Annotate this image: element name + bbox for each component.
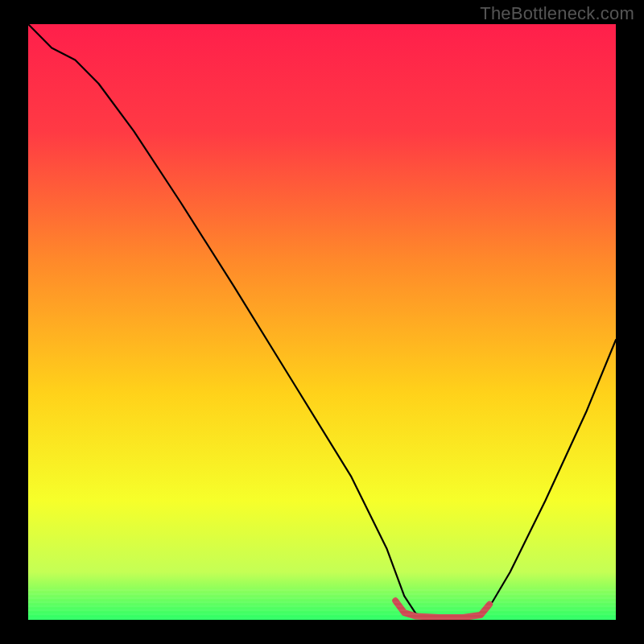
bottleneck-chart: TheBottleneck.com xyxy=(0,0,644,644)
chart-svg xyxy=(0,0,644,644)
plot-background xyxy=(28,24,616,620)
watermark-text: TheBottleneck.com xyxy=(480,3,634,24)
